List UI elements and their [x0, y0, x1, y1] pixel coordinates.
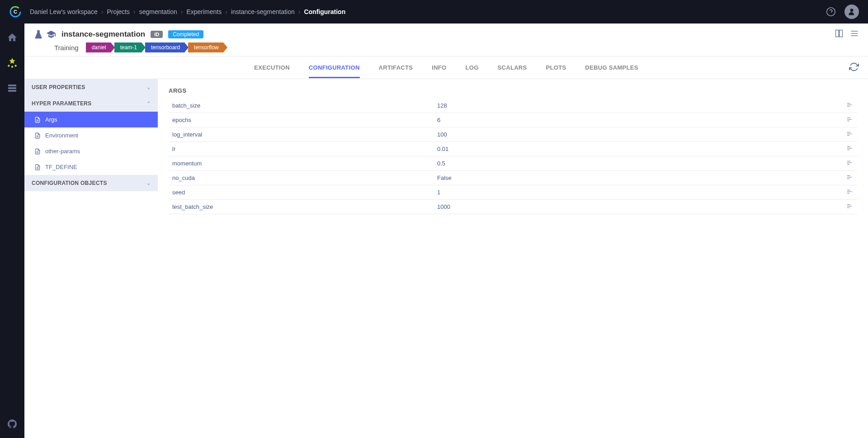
- param-row-no_cuda[interactable]: no_cudaFalse: [169, 171, 857, 185]
- svg-rect-13: [840, 30, 843, 37]
- param-row-test_batch_size[interactable]: test_batch_size1000: [169, 200, 857, 214]
- chevron-up-icon: ⌃: [146, 101, 151, 107]
- param-value: 6: [437, 117, 845, 123]
- param-name: log_interval: [172, 131, 437, 138]
- sidebar-section-configuration-objects[interactable]: CONFIGURATION OBJECTS⌄: [24, 175, 158, 191]
- tab-artifacts[interactable]: ARTIFACTS: [379, 57, 413, 78]
- tab-plots[interactable]: PLOTS: [546, 57, 566, 78]
- param-name: no_cuda: [172, 174, 437, 181]
- task-header: instance-segmentation ID Completed Train…: [24, 24, 868, 57]
- github-icon[interactable]: [6, 418, 18, 430]
- tab-info[interactable]: INFO: [432, 57, 446, 78]
- sidebar-item-environment[interactable]: Environment: [24, 127, 158, 143]
- top-bar: C Daniel Lew's workspace › Projects › se…: [0, 0, 868, 24]
- tab-debug-samples[interactable]: DEBUG SAMPLES: [585, 57, 638, 78]
- param-action-icon[interactable]: [845, 145, 854, 153]
- svg-point-6: [8, 65, 9, 66]
- svg-point-5: [850, 9, 854, 12]
- breadcrumb-task[interactable]: instance-segmentation: [231, 8, 295, 15]
- param-name: epochs: [172, 117, 437, 123]
- param-name: batch_size: [172, 102, 437, 109]
- param-action-icon[interactable]: [845, 102, 854, 109]
- projects-icon[interactable]: [6, 57, 18, 69]
- data-area: ARGS batch_size128epochs6log_interval100…: [158, 79, 868, 438]
- tab-execution[interactable]: EXECUTION: [254, 57, 290, 78]
- breadcrumb-projects[interactable]: Projects: [107, 8, 130, 15]
- param-value: 100: [437, 131, 845, 138]
- param-row-lr[interactable]: lr0.01: [169, 142, 857, 156]
- param-value: 0.01: [437, 146, 845, 152]
- param-value: 128: [437, 102, 845, 109]
- param-value: 1000: [437, 203, 845, 210]
- param-row-seed[interactable]: seed1: [169, 185, 857, 200]
- sidebar-section-user-properties[interactable]: USER PROPERTIES⌄: [24, 79, 158, 95]
- tag-daniel[interactable]: daniel: [86, 42, 111, 52]
- sidebar-item-other-params[interactable]: other-params: [24, 143, 158, 159]
- param-row-momentum[interactable]: momentum0.5: [169, 156, 857, 171]
- file-icon: [34, 148, 41, 155]
- education-icon: [46, 29, 56, 39]
- sidebar-item-tf-define[interactable]: TF_DEFINE: [24, 159, 158, 175]
- tab-scalars[interactable]: SCALARS: [498, 57, 527, 78]
- view-mode-icon[interactable]: [835, 29, 844, 40]
- home-icon[interactable]: [6, 32, 18, 43]
- task-type: Training: [54, 44, 79, 52]
- logo[interactable]: C: [9, 5, 22, 18]
- breadcrumb: Daniel Lew's workspace › Projects › segm…: [30, 8, 345, 15]
- help-icon[interactable]: [825, 5, 837, 18]
- svg-rect-10: [8, 87, 16, 89]
- svg-rect-11: [8, 90, 16, 92]
- chevron-down-icon: ⌄: [146, 180, 151, 186]
- tabs-row: EXECUTIONCONFIGURATIONARTIFACTSINFOLOGSC…: [24, 57, 868, 79]
- breadcrumb-project[interactable]: segmentation: [139, 8, 177, 15]
- file-icon: [34, 132, 41, 139]
- breadcrumb-experiments[interactable]: Experiments: [186, 8, 222, 15]
- sidebar-item-label: other-params: [45, 148, 80, 155]
- svg-rect-9: [8, 85, 16, 86]
- param-row-epochs[interactable]: epochs6: [169, 113, 857, 127]
- param-name: test_batch_size: [172, 203, 437, 210]
- refresh-icon[interactable]: [849, 62, 859, 74]
- param-name: lr: [172, 146, 437, 152]
- menu-icon[interactable]: [850, 29, 859, 40]
- param-row-batch_size[interactable]: batch_size128: [169, 99, 857, 113]
- id-badge[interactable]: ID: [151, 31, 163, 38]
- workers-icon[interactable]: [6, 82, 18, 94]
- svg-rect-12: [836, 30, 839, 37]
- svg-point-7: [14, 65, 16, 66]
- param-action-icon[interactable]: [845, 174, 854, 182]
- breadcrumb-workspace[interactable]: Daniel Lew's workspace: [30, 8, 98, 15]
- param-action-icon[interactable]: [845, 131, 854, 138]
- param-value: False: [437, 174, 845, 181]
- param-action-icon[interactable]: [845, 188, 854, 196]
- svg-point-8: [11, 66, 13, 68]
- file-icon: [34, 117, 41, 123]
- tab-log[interactable]: LOG: [466, 57, 479, 78]
- sidebar-section-hyper-parameters[interactable]: HYPER PARAMETERS⌃: [24, 95, 158, 112]
- flask-icon: [33, 29, 43, 39]
- param-value: 1: [437, 189, 845, 196]
- status-badge: Completed: [168, 30, 203, 38]
- param-name: seed: [172, 189, 437, 196]
- tag-tensorflow[interactable]: tensorflow: [188, 42, 223, 52]
- file-icon: [34, 164, 41, 170]
- svg-text:C: C: [14, 9, 17, 14]
- left-rail: [0, 24, 24, 438]
- param-action-icon[interactable]: [845, 160, 854, 167]
- param-name: momentum: [172, 160, 437, 167]
- chevron-down-icon: ⌄: [146, 85, 151, 90]
- tag-team-1[interactable]: team-1: [114, 42, 142, 52]
- sidebar-item-args[interactable]: Args: [24, 112, 158, 127]
- param-value: 0.5: [437, 160, 845, 167]
- task-name: instance-segmentation: [61, 30, 145, 39]
- param-action-icon[interactable]: [845, 203, 854, 211]
- param-row-log_interval[interactable]: log_interval100: [169, 127, 857, 142]
- config-sidebar: USER PROPERTIES⌄HYPER PARAMETERS⌃ArgsEnv…: [24, 79, 158, 438]
- user-avatar[interactable]: [844, 5, 859, 19]
- sidebar-item-label: TF_DEFINE: [45, 164, 77, 170]
- tag-tensorboard[interactable]: tensorboard: [145, 42, 184, 52]
- tab-configuration[interactable]: CONFIGURATION: [309, 57, 360, 78]
- sidebar-item-label: Environment: [45, 132, 78, 139]
- param-action-icon[interactable]: [845, 116, 854, 124]
- section-title: ARGS: [169, 87, 857, 94]
